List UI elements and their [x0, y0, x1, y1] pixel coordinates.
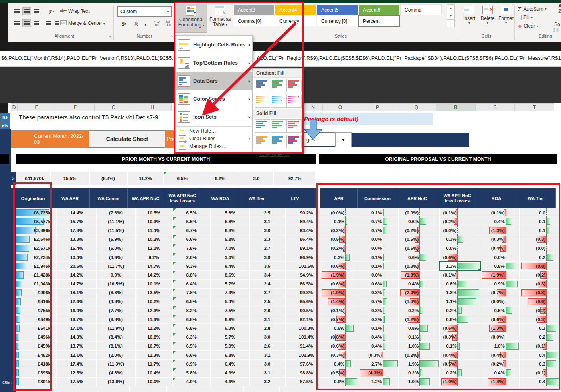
table-cell[interactable]: (0.6)	[520, 297, 561, 306]
table-cell[interactable]: 10.4%	[57, 253, 97, 262]
alignment-dialog-launcher[interactable]: ⇘	[108, 34, 111, 38]
table-cell[interactable]	[130, 386, 167, 392]
table-cell[interactable]: 2.5	[250, 208, 286, 217]
comma-format-button[interactable]: ,	[142, 18, 149, 27]
column-header-H[interactable]: H	[133, 103, 172, 111]
calculate-sheet-button[interactable]: Calculate Sheet	[89, 130, 165, 148]
table-cell[interactable]: 14.3%	[57, 333, 97, 342]
table-cell[interactable]: 0.2%	[399, 306, 440, 315]
table-cell[interactable]: (0.3)	[520, 280, 561, 289]
table-cell[interactable]: 10.5%	[136, 208, 173, 217]
table-cell[interactable]: (0.0%)	[480, 333, 520, 342]
table-cell[interactable]: (0.1)	[520, 342, 561, 351]
table-cell[interactable]: 8.6%	[211, 271, 250, 279]
table-cell[interactable]: (0.1%)	[440, 271, 480, 279]
table-cell[interactable]: 0.1	[520, 226, 561, 235]
table-cell[interactable]: 10.8%	[136, 333, 173, 342]
table-cell[interactable]: 0.3%	[358, 289, 399, 297]
table-cell[interactable]: 4.9%	[211, 368, 250, 377]
delete-button[interactable]: ✕Delete▾	[478, 6, 497, 32]
style-cell-Accent3[interactable]: Accent3	[233, 4, 275, 15]
table-cell[interactable]: 0.6%	[399, 253, 440, 262]
table-cell[interactable]: 7.8%	[173, 244, 211, 253]
table-cell[interactable]: 14.2%	[136, 271, 173, 279]
table-cell[interactable]: 17.8%	[57, 226, 97, 235]
table-cell[interactable]: 0.4%	[399, 280, 440, 289]
table-cell[interactable]: £2,646k	[16, 235, 57, 244]
table-cell[interactable]: (0.7%)	[480, 289, 520, 297]
table-cell[interactable]: 1.9%	[399, 360, 440, 368]
table-cell[interactable]: 2.5	[250, 297, 286, 306]
table-cell[interactable]: 1.2%	[358, 378, 399, 386]
table-cell[interactable]: (1.9%)	[480, 271, 520, 279]
table-cell[interactable]: 14.7%	[136, 262, 173, 271]
table-cell[interactable]: 6.5%	[173, 342, 211, 351]
style-cell-Percent[interactable]: Percent	[358, 16, 400, 26]
menu-item-new-rule-[interactable]: New Rule…	[176, 127, 252, 135]
table-cell[interactable]: (0.5%)	[320, 235, 358, 244]
column-header-P[interactable]: P	[358, 103, 397, 111]
table-cell[interactable]: 11.4%	[136, 226, 173, 235]
left-header-wa-apr-noc-less-losses[interactable]: WA APR NoC less Losses	[164, 188, 201, 208]
left-header-wa-apr[interactable]: WA APR	[51, 188, 90, 208]
side-button-levels[interactable]: els	[0, 121, 10, 129]
left-header-wa-apr-noc[interactable]: WA APR NoC	[128, 188, 164, 208]
clipped-orange-button[interactable]: Pric	[165, 130, 175, 148]
table-cell[interactable]: 8.2%	[173, 306, 211, 315]
table-cell[interactable]	[520, 386, 561, 392]
table-cell[interactable]: (0.1)	[520, 368, 561, 377]
column-header-N[interactable]: N	[304, 103, 323, 111]
table-cell[interactable]: 3.1	[250, 315, 286, 324]
table-cell[interactable]: (0.6%)	[320, 262, 358, 271]
table-cell[interactable]: 15.7%	[57, 217, 97, 226]
table-cell[interactable]: 2.6	[250, 306, 286, 315]
table-cell[interactable]: (0.0%)	[320, 208, 358, 217]
table-cell[interactable]: 3.1	[250, 368, 286, 377]
table-cell[interactable]: 14.2%	[57, 271, 97, 279]
table-cell[interactable]: (0.4%)	[480, 244, 520, 253]
table-cell[interactable]: 0.4	[520, 378, 561, 386]
table-cell[interactable]: (0.3%)	[320, 351, 358, 360]
table-cell[interactable]: (0.8)	[520, 289, 561, 297]
column-header-O[interactable]: O	[323, 103, 358, 111]
table-cell[interactable]: 0.0%	[97, 271, 136, 279]
table-cell[interactable]: £996k	[16, 289, 57, 297]
totals-cell[interactable]: 6.5%	[164, 172, 201, 185]
table-cell[interactable]: £541k	[16, 324, 57, 333]
table-cell[interactable]: 18.1%	[57, 289, 97, 297]
menu-item-manage-rules-[interactable]: Manage Rules…	[176, 142, 252, 150]
column-header-E[interactable]: E	[18, 103, 56, 111]
table-cell[interactable]: 0.1%	[358, 324, 399, 333]
percent-format-button[interactable]: %	[132, 19, 140, 28]
table-cell[interactable]	[16, 386, 51, 392]
table-cell[interactable]: 13.7%	[57, 342, 97, 351]
number-dialog-launcher[interactable]: ⇘	[171, 34, 174, 38]
menu-item-top-bottom-rules[interactable]: ↑10Top/Bottom Rules▸	[176, 54, 252, 72]
table-cell[interactable]	[167, 386, 205, 392]
table-cell[interactable]: (0.6%)	[440, 253, 480, 262]
table-cell[interactable]: (8.1%)	[97, 342, 136, 351]
column-header-R[interactable]: R	[436, 103, 476, 111]
increase-decimal-button[interactable]: ⇠.0.00	[152, 19, 162, 28]
table-cell[interactable]: 6.4%	[173, 280, 211, 289]
table-cell[interactable]: (7.7%)	[97, 306, 136, 315]
table-cell[interactable]: (0.3)	[520, 235, 561, 244]
left-header-origination[interactable]: Origination	[16, 188, 51, 208]
table-cell[interactable]: 3.5	[250, 262, 286, 271]
table-cell[interactable]: 0.1%	[358, 208, 399, 217]
table-cell[interactable]	[244, 386, 280, 392]
table-cell[interactable]: (0.2%)	[480, 360, 520, 368]
table-cell[interactable]: 10.3%	[136, 217, 173, 226]
table-cell[interactable]	[205, 386, 244, 392]
table-cell[interactable]: (0.2)	[520, 271, 561, 279]
table-cell[interactable]: (0.0%)	[440, 226, 480, 235]
table-cell[interactable]: (4.8%)	[97, 297, 136, 306]
table-cell[interactable]: 0.0%	[480, 253, 520, 262]
table-cell[interactable]: 0.1%	[399, 333, 440, 342]
menu-item-icon-sets[interactable]: Icon Sets▸	[176, 108, 252, 126]
table-cell[interactable]: 1.0%	[399, 378, 440, 386]
table-cell[interactable]: 10.0%	[136, 378, 173, 386]
table-cell[interactable]: 0.2	[520, 333, 561, 342]
gradient-fill-tile[interactable]	[286, 79, 302, 92]
format-as-table-button[interactable]: ✎ Format as Table ▾	[208, 4, 232, 33]
